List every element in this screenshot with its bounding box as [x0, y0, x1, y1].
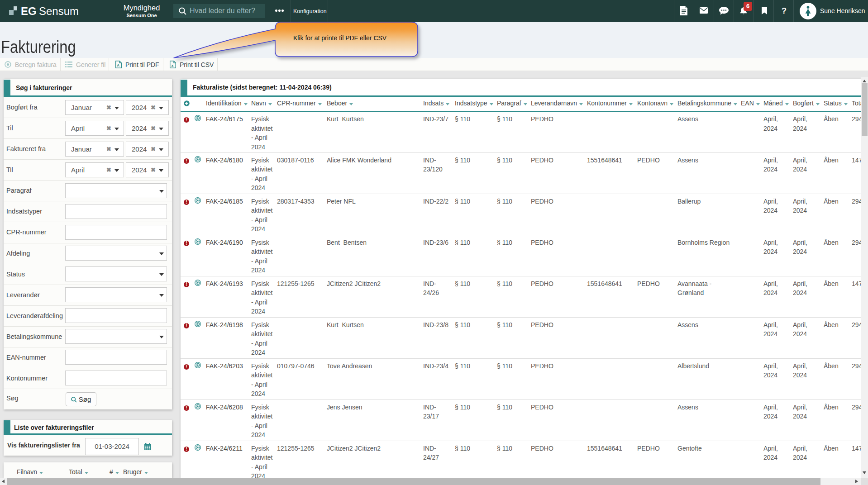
svg-text:x: x	[172, 63, 174, 68]
svg-text:A: A	[117, 63, 119, 67]
svg-text:Klik for at printe til PDF ell: Klik for at printe til PDF eller CSV	[293, 34, 387, 42]
